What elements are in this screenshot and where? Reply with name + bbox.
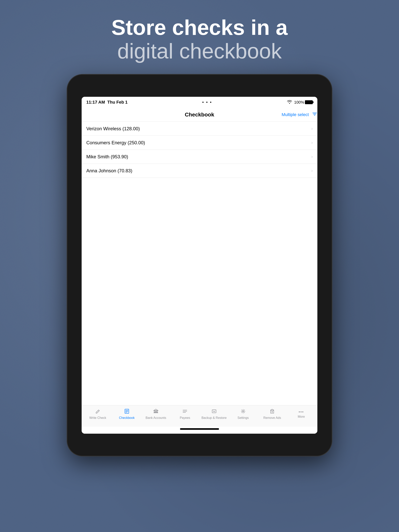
svg-point-5 [243,411,244,412]
settings-icon [240,409,246,415]
list-item-text: Mike Smith (953.90) [86,154,128,159]
bank-accounts-icon [153,409,159,415]
svg-rect-4 [212,410,216,413]
wifi-icon [287,100,292,105]
tab-more-label: More [298,415,305,418]
status-right: 100% [287,100,313,105]
headline: Store checks in a digital checkbook [111,16,288,63]
tab-bar: Write Check Checkbook [82,405,317,427]
nav-title: Checkbook [185,112,214,118]
tab-checkbook[interactable]: Checkbook [112,409,141,420]
tab-more[interactable]: ••• More [287,410,316,418]
tab-remove-ads[interactable]: Remove Ads [258,409,287,420]
remove-ads-icon [270,409,275,415]
tab-write-check-label: Write Check [89,416,106,420]
tab-settings-label: Settings [238,416,249,420]
checkbook-icon [124,409,129,415]
battery-percent: 100% [294,100,304,105]
write-check-icon [95,409,101,415]
checkbook-list: Verizon Wireless (128.00) › Consumers En… [82,122,317,405]
tab-remove-ads-label: Remove Ads [264,416,281,420]
sort-icon[interactable] [312,111,317,118]
tab-bank-accounts[interactable]: Bank Accounts [142,409,170,420]
tab-payees[interactable]: Payees [170,409,200,420]
list-item[interactable]: Consumers Energy (250.00) › [82,136,317,150]
chevron-right-icon: › [311,154,313,159]
home-indicator [180,428,219,430]
backup-restore-icon [211,409,217,415]
chevron-right-icon: › [311,168,313,173]
chevron-right-icon: › [311,126,313,131]
headline-line2: digital checkbook [111,39,288,63]
chevron-right-icon: › [311,140,313,145]
multiple-select-button[interactable]: Multiple select [282,112,309,117]
status-bar: 11:17 AM Thu Feb 1 • • • 100% [82,97,317,108]
battery-icon [305,100,313,104]
svg-point-6 [272,412,273,412]
status-date: Thu Feb 1 [107,100,128,105]
battery-indicator: 100% [294,100,313,105]
list-item-text: Anna Johnson (70.83) [86,168,132,173]
payees-icon [182,409,188,415]
tab-settings[interactable]: Settings [229,409,257,420]
status-time: 11:17 AM [86,100,105,105]
list-item[interactable]: Mike Smith (953.90) › [82,150,317,164]
list-item[interactable]: Anna Johnson (70.83) › [82,164,317,178]
nav-actions: Multiple select [282,111,317,118]
tab-backup-restore-label: Backup & Restore [201,416,227,420]
svg-rect-3 [157,411,158,412]
tab-backup-restore[interactable]: Backup & Restore [200,409,229,420]
nav-bar: Checkbook Multiple select [82,108,317,122]
tab-bank-accounts-label: Bank Accounts [146,416,166,420]
status-dots: • • • [202,100,212,105]
tab-checkbook-label: Checkbook [119,416,135,420]
list-item-text: Consumers Energy (250.00) [86,140,145,146]
tab-write-check[interactable]: Write Check [83,409,112,420]
list-item[interactable]: Verizon Wireless (128.00) › [82,122,317,136]
ipad-screen: 11:17 AM Thu Feb 1 • • • 100% [82,97,317,434]
svg-rect-2 [155,411,156,412]
svg-rect-1 [154,411,155,412]
more-icon: ••• [299,410,304,414]
ipad-device: 11:17 AM Thu Feb 1 • • • 100% [67,74,332,456]
headline-line1: Store checks in a [111,16,288,39]
list-item-text: Verizon Wireless (128.00) [86,126,140,132]
tab-payees-label: Payees [180,416,190,420]
